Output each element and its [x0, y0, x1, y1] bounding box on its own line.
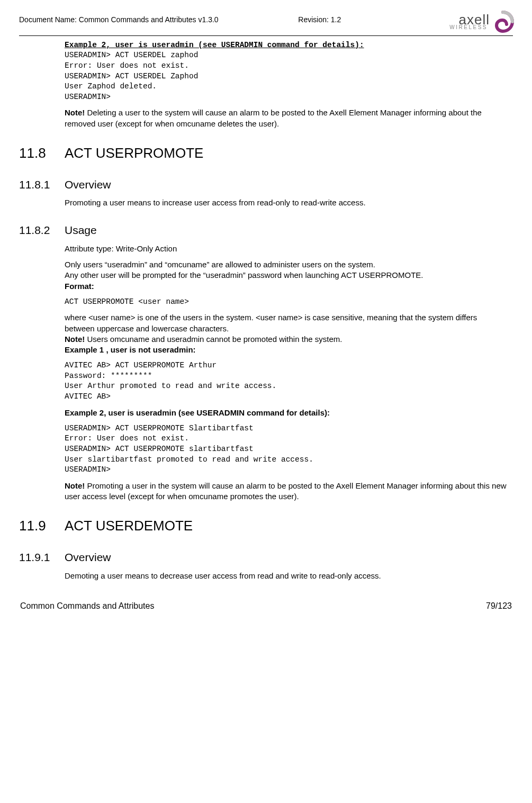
- example-2-block: Example 2, user is useradmin (see USERAD…: [65, 40, 509, 102]
- page-footer: Common Commands and Attributes 79/123: [19, 600, 513, 612]
- overview-11-8-1: Promoting a user means to increase user …: [65, 197, 509, 208]
- logo-swirl-icon: [492, 11, 514, 33]
- format-label: Format:: [65, 282, 94, 291]
- footer-left: Common Commands and Attributes: [20, 600, 154, 612]
- doc-name: Document Name: Common Commands and Attri…: [19, 15, 298, 25]
- example-2-header: Example 2, user is useradmin (see USERAD…: [65, 41, 364, 49]
- where-paragraph: where <user name> is one of the users in…: [65, 312, 509, 355]
- page-header: Document Name: Common Commands and Attri…: [19, 15, 513, 28]
- section-11-8-2: 11.8.2 Usage: [19, 223, 513, 238]
- example-1-header: Example 1 , user is not useradmin:: [65, 345, 196, 354]
- note-2: Note! Promoting a user in the system wil…: [65, 481, 509, 502]
- example-2b-header: Example 2, user is useradmin (see USERAD…: [65, 408, 509, 418]
- usage-paragraph: Only users “useradmin” and “omcuname” ar…: [65, 259, 509, 292]
- example-2-code: USERADMIN> ACT USERDEL zaphod Error: Use…: [65, 51, 198, 101]
- logo-main-text: axell: [459, 14, 490, 25]
- section-11-8-1: 11.8.1 Overview: [19, 177, 513, 192]
- example-2b-code: USERADMIN> ACT USERPROMOTE Slartibartfas…: [65, 423, 509, 475]
- logo-sub-text: WIRELESS: [449, 25, 488, 30]
- footer-right: 79/123: [486, 600, 512, 612]
- section-11-9: 11.9 ACT USERDEMOTE: [19, 517, 513, 535]
- body-content: Example 2, user is useradmin (see USERAD…: [65, 40, 509, 129]
- brand-logo: axell WIRELESS: [449, 11, 514, 33]
- section-11-9-1: 11.9.1 Overview: [19, 550, 513, 565]
- header-divider: [19, 35, 513, 36]
- note-1: Note! Deleting a user to the system will…: [65, 107, 509, 129]
- overview-11-9-1: Demoting a user means to decrease user a…: [65, 571, 509, 581]
- section-11-8: 11.8 ACT USERPROMOTE: [19, 144, 513, 163]
- format-code: ACT USERPROMOTE <user name>: [65, 297, 509, 308]
- attr-type: Attribute type: Write-Only Action: [65, 243, 509, 254]
- example-1-code: AVITEC AB> ACT USERPROMOTE Arthur Passwo…: [65, 360, 509, 402]
